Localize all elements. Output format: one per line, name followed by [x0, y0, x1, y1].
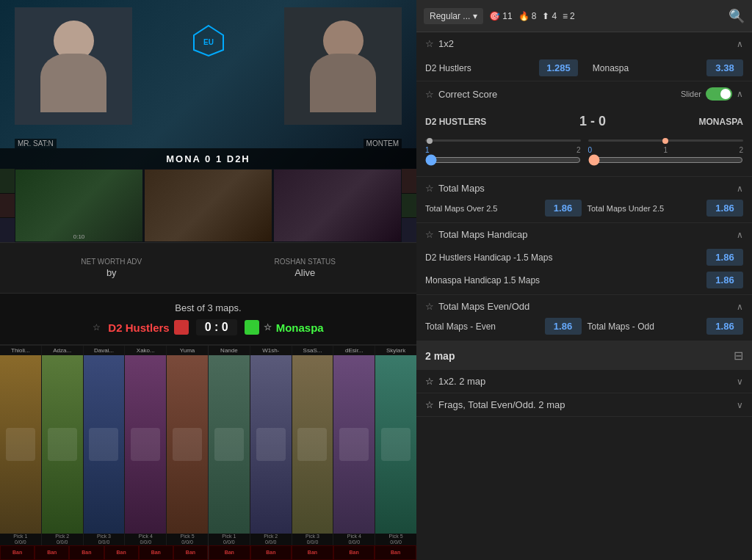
hero-stats-t1-5: 0/0/0	[167, 539, 208, 545]
top-bar: Regular ... ▾ 🎯 11 🔥 8 ⬆ 4 ≡ 2 🔍	[416, 0, 752, 32]
section-1x2-header[interactable]: ☆ 1x2 ∧	[416, 32, 752, 55]
hero-pick-t2-5: Pick 5	[375, 534, 416, 539]
hero-name-t1-2: Adza...	[42, 346, 83, 355]
slider-input-2[interactable]	[588, 154, 744, 166]
section-cs-header[interactable]: ☆ Correct Score Slider ∧	[416, 81, 752, 106]
collapsed-frags-star[interactable]: ☆	[425, 399, 434, 410]
stat-target-value: 11	[502, 11, 512, 21]
collapsed-frags-text: Frags, Total Even/Odd. 2 map	[438, 399, 565, 410]
team2-name: ☆ Monaspa	[245, 320, 324, 335]
team1-heroes-row: Thioli... Pick 1 0/0/0 Adza... Pick 2 0/…	[0, 346, 208, 545]
section-even-odd-star[interactable]: ☆	[425, 301, 434, 312]
odds-row-1x2: D2 Hustlers 1.285 Monaspa 3.38	[416, 55, 752, 81]
stat-list: ≡ 2	[563, 11, 575, 21]
collapsed-1x2-star[interactable]: ☆	[425, 376, 434, 387]
slider2-mid: 1	[663, 146, 668, 154]
ban-t2-3: Ban	[292, 545, 333, 560]
ban-t2-2: Ban	[250, 545, 292, 560]
video-background: EU MR. SAT:N MONTEM MONA 0 1 D2H	[0, 0, 416, 169]
section-even-odd: ☆ Total Maps Even/Odd ∧ Total Maps - Eve…	[416, 295, 752, 341]
hero-name-t2-5: Skylark	[375, 346, 416, 355]
collapsed-1x2-label: ☆ 1x2. 2 map	[425, 376, 485, 387]
slider-toggle[interactable]	[706, 87, 732, 101]
section-handicap-header[interactable]: ☆ Total Maps Handicap ∧	[416, 223, 752, 246]
score-bar: MONA 0 1 D2H	[0, 148, 416, 169]
handicap-row2-odds[interactable]: 1.86	[706, 272, 743, 288]
hero-name-t1-5: Yuma	[167, 346, 208, 355]
stat-fire-icon: 🔥	[518, 11, 529, 21]
odds-team1-value[interactable]: 1.285	[539, 59, 578, 76]
player-name-right: MONTEM	[364, 139, 402, 148]
stat-list-icon: ≡	[563, 11, 568, 21]
hero-slot-t1-5: Yuma Pick 5 0/0/0	[167, 346, 208, 545]
odds-team2-value[interactable]: 3.38	[706, 59, 743, 76]
ban-t1-5: Ban	[139, 545, 173, 560]
odds-team1-label: D2 Hustlers	[425, 63, 536, 73]
team1-star[interactable]: ☆	[93, 322, 101, 332]
cs-team2: MONASPA	[699, 117, 743, 127]
total-maps-row: Total Maps Over 2.5 1.86 Total Maps Unde…	[416, 200, 752, 222]
section-cs-label: Correct Score	[438, 89, 497, 100]
screenshot-2	[144, 169, 272, 242]
collapsed-section-1x2-map[interactable]: ☆ 1x2. 2 map ∨	[416, 370, 752, 393]
section-handicap-title: ☆ Total Maps Handicap	[425, 229, 527, 240]
section-handicap-label: Total Maps Handicap	[438, 229, 527, 240]
hero-pick-t2-3: Pick 3	[292, 534, 333, 539]
hero-name-t2-1: Nande	[209, 346, 250, 355]
team-logo: EU	[187, 22, 231, 59]
search-button[interactable]: 🔍	[728, 8, 745, 24]
slider1-max: 2	[576, 146, 581, 154]
handicap-row-1: D2 Hustlers Handicap -1.5 Maps 1.86	[416, 246, 752, 269]
hero-slot-t1-4: Xako... Pick 4 0/0/0	[125, 346, 167, 545]
slider-input-1[interactable]	[425, 154, 581, 166]
stat-fire-value: 8	[532, 11, 537, 21]
section-total-maps-header[interactable]: ☆ Total Maps ∧	[416, 177, 752, 200]
section-even-odd-header[interactable]: ☆ Total Maps Even/Odd ∧	[416, 295, 752, 318]
slider-group-1: 1 2	[425, 137, 581, 169]
even-item: Total Maps - Even 1.86	[425, 318, 582, 335]
section-correct-score: ☆ Correct Score Slider ∧ D2 HUSTLERS 1 -…	[416, 81, 752, 177]
section-total-maps-star[interactable]: ☆	[425, 183, 434, 194]
screenshot-3	[273, 169, 402, 242]
total-maps-over-odds[interactable]: 1.86	[545, 200, 582, 217]
correct-score-content: D2 HUSTLERS 1 - 0 MONASPA 1 2	[416, 106, 752, 176]
section-1x2-title: ☆ 1x2	[425, 38, 454, 49]
left-panel: EU MR. SAT:N MONTEM MONA 0 1 D2H 0:10	[0, 0, 416, 560]
section-handicap-chevron: ∧	[737, 230, 743, 240]
slider2-max: 2	[739, 146, 743, 154]
sliders-area: 1 2 0 1 2	[425, 137, 743, 169]
match-score: 0 : 0	[196, 319, 237, 335]
ban-t1-3: Ban	[69, 545, 104, 560]
ban-t1-6: Ban	[173, 545, 208, 560]
section-cs-star[interactable]: ☆	[425, 89, 434, 100]
hero-stats-t1-2: 0/0/0	[42, 539, 83, 545]
odds-team2-label: Monaspa	[593, 63, 704, 73]
section-handicap-star[interactable]: ☆	[425, 229, 434, 240]
section-1x2-chevron: ∧	[737, 39, 743, 49]
best-of-label: Best of 3 maps.	[15, 302, 402, 313]
total-maps-over-label: Total Maps Over 2.5	[425, 204, 542, 213]
team1-name: D2 Hustlers	[108, 320, 188, 335]
hero-stats-t1-4: 0/0/0	[125, 539, 166, 545]
even-odds[interactable]: 1.86	[545, 318, 582, 335]
roshan-stat: ROSHAN STATUS Alive	[209, 258, 402, 278]
slider-group-2: 0 1 2	[588, 137, 744, 169]
team2-picks: Nande Pick 1 0/0/0 W1sh- Pick 2 0/0/0	[209, 346, 416, 560]
market-selector[interactable]: Regular ... ▾	[424, 8, 483, 24]
team2-star[interactable]: ☆	[264, 322, 272, 332]
section-handicap: ☆ Total Maps Handicap ∧ D2 Hustlers Hand…	[416, 223, 752, 295]
map-icon: ⊟	[734, 349, 743, 363]
hero-slot-t2-2: W1sh- Pick 2 0/0/0	[250, 346, 292, 545]
collapsed-1x2-chevron: ∨	[737, 377, 743, 387]
hero-portrait-t2-5	[375, 355, 416, 534]
collapsed-1x2-text: 1x2. 2 map	[438, 376, 485, 387]
hero-stats-t2-4: 0/0/0	[333, 539, 375, 545]
collapsed-section-frags-map[interactable]: ☆ Frags, Total Even/Odd. 2 map ∨	[416, 393, 752, 417]
hero-stats-t2-2: 0/0/0	[250, 539, 292, 545]
total-maps-under-odds[interactable]: 1.86	[706, 200, 743, 217]
roshan-value: Alive	[209, 267, 402, 278]
handicap-row1-odds[interactable]: 1.86	[706, 249, 743, 266]
odd-odds[interactable]: 1.86	[706, 318, 743, 335]
section-1x2-star[interactable]: ☆	[425, 38, 434, 49]
hero-stats-t2-3: 0/0/0	[292, 539, 333, 545]
